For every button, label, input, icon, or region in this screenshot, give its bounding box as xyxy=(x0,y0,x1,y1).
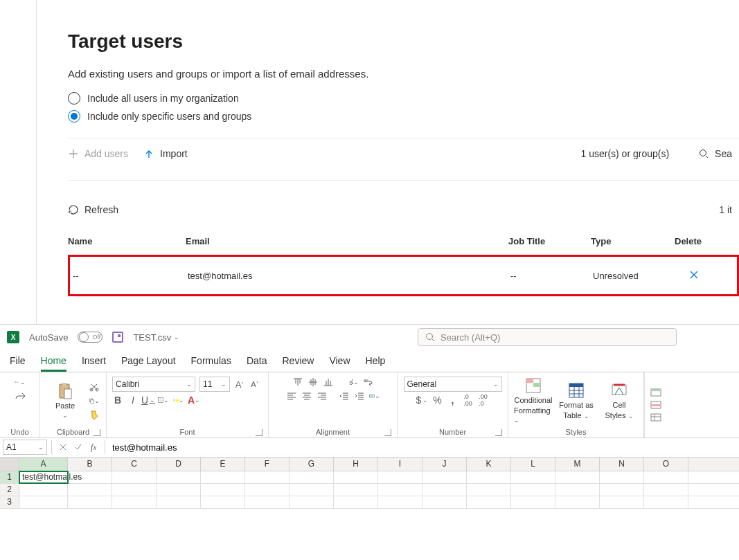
italic-button[interactable]: I xyxy=(127,395,139,406)
align-middle-button[interactable] xyxy=(308,377,319,388)
tell-me-search[interactable]: Search (Alt+Q) xyxy=(418,328,677,346)
ribbon-tab-help[interactable]: Help xyxy=(366,355,386,372)
cell-D2[interactable] xyxy=(157,484,201,496)
radio-include-all[interactable]: Include all users in my organization xyxy=(68,92,739,105)
add-users-button[interactable]: Add users xyxy=(68,148,128,159)
wrap-text-button[interactable]: ab xyxy=(363,377,374,388)
column-header-F[interactable]: F xyxy=(245,458,290,471)
dialog-launcher-icon[interactable] xyxy=(384,429,391,436)
ribbon-tab-home[interactable]: Home xyxy=(41,355,66,372)
cell-M3[interactable] xyxy=(555,496,600,508)
dialog-launcher-icon[interactable] xyxy=(495,429,502,436)
format-painter-button[interactable] xyxy=(89,409,100,420)
cell-D3[interactable] xyxy=(157,496,201,508)
paste-button[interactable]: Paste ⌄ xyxy=(46,382,84,419)
cell-O3[interactable] xyxy=(644,496,688,508)
increase-decimal-button[interactable]: .0.00 xyxy=(463,395,474,406)
cell-F3[interactable] xyxy=(245,496,290,508)
enter-formula-button[interactable] xyxy=(73,442,84,453)
select-all-corner[interactable] xyxy=(0,458,19,471)
cell-O1[interactable] xyxy=(644,471,688,483)
copy-button[interactable]: ⌄ xyxy=(89,395,100,406)
save-icon[interactable] xyxy=(112,332,123,343)
filename-dropdown[interactable]: TEST.csv ⌄ xyxy=(133,332,179,343)
accounting-format-button[interactable]: $⌄ xyxy=(417,395,428,406)
ribbon-tab-insert[interactable]: Insert xyxy=(82,355,106,372)
cell-A1[interactable]: test@hotmail.es xyxy=(19,471,68,483)
cell-C2[interactable] xyxy=(112,484,157,496)
cell-I3[interactable] xyxy=(378,496,422,508)
autosave-toggle[interactable]: Off xyxy=(78,332,103,343)
column-header-K[interactable]: K xyxy=(467,458,511,471)
column-header-C[interactable]: C xyxy=(112,458,157,471)
cell-E2[interactable] xyxy=(201,484,245,496)
ribbon-tab-formulas[interactable]: Formulas xyxy=(191,355,231,372)
cell-J3[interactable] xyxy=(422,496,467,508)
cell-G3[interactable] xyxy=(290,496,334,508)
font-name-combo[interactable]: Calibri⌄ xyxy=(112,377,195,392)
format-cells-button[interactable] xyxy=(650,413,663,422)
column-header-I[interactable]: I xyxy=(378,458,422,471)
cell-B2[interactable] xyxy=(68,484,112,496)
ribbon-tab-view[interactable]: View xyxy=(329,355,350,372)
dialog-launcher-icon[interactable] xyxy=(94,429,100,436)
merge-center-button[interactable]: ⌄ xyxy=(369,390,380,401)
font-size-combo[interactable]: 11⌄ xyxy=(199,377,230,392)
search-button[interactable]: Sea xyxy=(698,148,732,159)
row-header-3[interactable]: 3 xyxy=(0,496,19,508)
align-left-button[interactable] xyxy=(286,390,297,401)
ribbon-tab-page-layout[interactable]: Page Layout xyxy=(121,355,176,372)
undo-button[interactable]: ⌄ xyxy=(15,377,26,388)
column-header-L[interactable]: L xyxy=(511,458,555,471)
bold-button[interactable]: B xyxy=(112,395,123,406)
col-header-type[interactable]: Type xyxy=(591,236,675,246)
cell-E3[interactable] xyxy=(201,496,245,508)
ribbon-tab-file[interactable]: File xyxy=(10,355,26,372)
column-header-G[interactable]: G xyxy=(290,458,334,471)
cell-N2[interactable] xyxy=(600,484,644,496)
borders-button[interactable]: ⌄ xyxy=(158,395,169,406)
col-header-delete[interactable]: Delete xyxy=(675,236,709,246)
cell-E1[interactable] xyxy=(201,471,245,483)
col-header-email[interactable]: Email xyxy=(186,236,508,246)
column-header-E[interactable]: E xyxy=(201,458,245,471)
formula-bar-input[interactable] xyxy=(107,440,739,455)
align-top-button[interactable] xyxy=(292,377,303,388)
refresh-button[interactable]: Refresh xyxy=(68,204,118,215)
column-header-M[interactable]: M xyxy=(555,458,600,471)
cell-N1[interactable] xyxy=(600,471,644,483)
font-color-button[interactable]: A⌄ xyxy=(188,395,199,406)
fill-color-button[interactable]: ⌄ xyxy=(173,395,184,406)
align-right-button[interactable] xyxy=(317,390,328,401)
cell-M1[interactable] xyxy=(555,471,600,483)
cell-F1[interactable] xyxy=(245,471,290,483)
insert-function-button[interactable]: fx xyxy=(88,442,99,453)
cell-M2[interactable] xyxy=(555,484,600,496)
column-header-A[interactable]: A xyxy=(19,458,68,471)
format-as-table-button[interactable]: Format as Table ⌄ xyxy=(557,381,596,420)
column-header-H[interactable]: H xyxy=(334,458,378,471)
cell-H1[interactable] xyxy=(334,471,378,483)
delete-row-button[interactable] xyxy=(677,269,711,283)
radio-include-specific[interactable]: Include only specific users and groups xyxy=(68,110,739,123)
cell-C1[interactable] xyxy=(112,471,157,483)
table-row[interactable]: -- test@hotmail.es -- Unresolved xyxy=(70,257,737,294)
comma-format-button[interactable]: , xyxy=(447,395,458,406)
cell-H2[interactable] xyxy=(334,484,378,496)
cell-H3[interactable] xyxy=(334,496,378,508)
cell-A2[interactable] xyxy=(19,484,68,496)
cell-I2[interactable] xyxy=(378,484,422,496)
column-header-D[interactable]: D xyxy=(157,458,201,471)
decrease-decimal-button[interactable]: .00.0 xyxy=(478,395,489,406)
row-header-2[interactable]: 2 xyxy=(0,484,19,496)
cell-O2[interactable] xyxy=(644,484,688,496)
decrease-indent-button[interactable] xyxy=(339,390,350,401)
import-button[interactable]: Import xyxy=(143,148,188,159)
cell-C3[interactable] xyxy=(112,496,157,508)
percent-format-button[interactable]: % xyxy=(432,395,443,406)
column-header-O[interactable]: O xyxy=(644,458,688,471)
cut-button[interactable] xyxy=(89,381,100,392)
cell-G2[interactable] xyxy=(290,484,334,496)
row-header-1[interactable]: 1 xyxy=(0,471,19,483)
grow-font-button[interactable]: A˄ xyxy=(234,379,245,390)
